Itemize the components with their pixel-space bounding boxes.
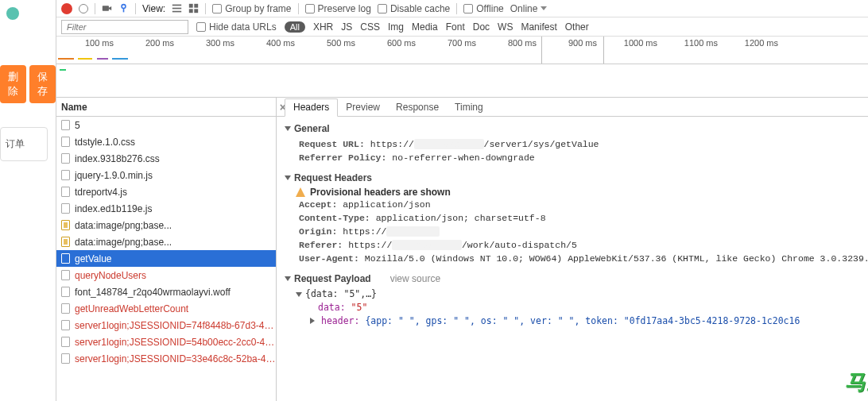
request-url-row: Request URL: https://host/server1/sys/ge… (285, 137, 868, 151)
grid-view-icon[interactable] (188, 3, 199, 13)
filter-type-img[interactable]: Img (388, 21, 404, 33)
file-icon (61, 120, 70, 130)
request-row[interactable]: getUnreadWebLetterCount (56, 300, 276, 317)
request-row-label: server1login;JSESSIONID=33e46c8c-52ba-40… (75, 353, 276, 364)
request-row[interactable]: index.9318b276.css (56, 150, 276, 167)
request-row-label: index.9318b276.css (75, 153, 160, 164)
referer-row: Referer: https://host/work/auto-dispatch… (285, 238, 868, 252)
payload-summary[interactable]: {data: "5",…} (296, 287, 868, 301)
devtools-network-panel: View: Group by frame Preserve log Disabl… (56, 0, 868, 401)
request-headers-section[interactable]: Request Headers (285, 172, 868, 183)
timeline-spacer (56, 64, 868, 98)
divider (456, 3, 457, 14)
referrer-policy-row: Referrer Policy: no-referrer-when-downgr… (285, 151, 868, 164)
detail-body[interactable]: General Request URL: https://host/server… (277, 117, 868, 401)
filter-type-media[interactable]: Media (412, 21, 438, 33)
request-row-label: data:image/png;base... (75, 220, 172, 231)
timeline-overview[interactable]: 100 ms200 ms300 ms400 ms500 ms600 ms700 … (56, 37, 868, 64)
divider (135, 3, 136, 14)
request-row[interactable]: queryNodeUsers (56, 267, 276, 283)
list-view-icon[interactable] (172, 3, 182, 13)
filter-type-doc[interactable]: Doc (473, 21, 490, 33)
timeline-tick: 500 ms (298, 38, 358, 48)
filter-type-xhr[interactable]: XHR (313, 21, 333, 33)
request-row-label: queryNodeUsers (75, 270, 146, 281)
record-button[interactable] (61, 3, 72, 14)
disable-cache-label: Disable cache (390, 3, 450, 14)
request-row-label: 5 (75, 120, 80, 131)
request-row-label: getValue (75, 253, 111, 264)
timeline-tick: 300 ms (177, 38, 238, 48)
file-icon (61, 287, 70, 297)
timeline-tick: 800 ms (479, 38, 540, 48)
filter-input[interactable] (61, 20, 188, 34)
group-by-frame-checkbox[interactable]: Group by frame (212, 3, 291, 14)
request-row-label: tdreportv4.js (75, 187, 127, 198)
order-card-label: 订单 (6, 138, 25, 149)
file-icon (61, 137, 70, 147)
filter-type-manifest[interactable]: Manifest (521, 21, 556, 33)
group-by-frame-label: Group by frame (225, 3, 291, 14)
timeline-tick: 200 ms (117, 38, 177, 48)
filter-icon[interactable] (118, 3, 129, 13)
request-list: Name × 5tdstyle.1.0.cssindex.9318b276.cs… (56, 98, 277, 401)
timeline-tick: 400 ms (238, 38, 298, 48)
filter-type-other[interactable]: Other (565, 21, 589, 33)
clear-button[interactable] (79, 4, 88, 13)
request-list-header[interactable]: Name × (56, 98, 276, 117)
tab-headers[interactable]: Headers (285, 98, 338, 117)
offline-checkbox[interactable]: Offline (463, 3, 503, 14)
file-icon (61, 320, 70, 330)
throttling-select[interactable]: Online (510, 3, 548, 14)
file-icon (61, 203, 70, 214)
tab-preview[interactable]: Preview (338, 99, 388, 116)
request-row-label: getUnreadWebLetterCount (75, 303, 188, 314)
request-row-label: data:image/png;base... (75, 237, 172, 248)
request-row[interactable]: data:image/png;base... (56, 217, 276, 233)
tab-timing[interactable]: Timing (447, 99, 491, 116)
save-button[interactable]: 保存 (29, 65, 56, 103)
request-row[interactable]: index.ed1b119e.js (56, 200, 276, 217)
request-row[interactable]: jquery-1.9.0.min.js (56, 167, 276, 183)
filter-all-pill[interactable]: All (285, 21, 305, 33)
request-detail: HeadersPreviewResponseTiming General Req… (277, 98, 868, 401)
request-row[interactable]: server1login;JSESSIONID=74f8448b-67d3-4f… (56, 317, 276, 334)
image-file-icon (61, 220, 70, 230)
request-headers-title: Request Headers (294, 172, 372, 183)
caret-right-icon (310, 318, 318, 324)
general-section[interactable]: General (285, 123, 868, 134)
view-source-link[interactable]: view source (390, 273, 440, 284)
filter-type-css[interactable]: CSS (360, 21, 380, 33)
tab-response[interactable]: Response (388, 99, 447, 116)
request-payload-section[interactable]: Request Payloadview source (285, 273, 868, 284)
disable-cache-checkbox[interactable]: Disable cache (378, 3, 450, 14)
timeline-tick: 700 ms (419, 38, 479, 48)
hide-data-urls-checkbox[interactable]: Hide data URLs (196, 21, 277, 33)
svg-point-1 (122, 5, 126, 9)
divider (298, 3, 299, 14)
chevron-down-icon (541, 6, 547, 10)
request-row[interactable]: server1login;JSESSIONID=54b00ecc-2cc0-42… (56, 334, 276, 350)
request-row[interactable]: 5 (56, 117, 276, 133)
preserve-log-checkbox[interactable]: Preserve log (305, 3, 371, 14)
filter-type-js[interactable]: JS (341, 21, 352, 33)
request-row-label: tdstyle.1.0.css (75, 137, 135, 148)
order-card: 订单 (0, 127, 48, 161)
request-row[interactable]: data:image/png;base... (56, 233, 276, 250)
app-side-panel: 删除 保存 订单 (0, 0, 56, 401)
payload-header-line[interactable]: header: {app: " ", gps: " ", os: " ", ve… (296, 314, 868, 328)
request-row[interactable]: font_148784_r2qo40wrmaolayvi.woff (56, 283, 276, 300)
file-icon (61, 353, 70, 364)
request-row[interactable]: tdstyle.1.0.css (56, 133, 276, 150)
request-row[interactable]: tdreportv4.js (56, 183, 276, 200)
request-row[interactable]: server1login;JSESSIONID=33e46c8c-52ba-40… (56, 350, 276, 367)
filter-type-ws[interactable]: WS (498, 21, 513, 33)
svg-rect-2 (123, 9, 125, 13)
timeline-tick: 1000 ms (600, 38, 661, 48)
filter-type-font[interactable]: Font (446, 21, 465, 33)
camera-icon[interactable] (102, 3, 112, 13)
request-row[interactable]: getValue (56, 250, 276, 267)
hide-data-urls-label: Hide data URLs (209, 21, 277, 33)
delete-button[interactable]: 删除 (0, 65, 26, 103)
file-icon (61, 170, 70, 180)
